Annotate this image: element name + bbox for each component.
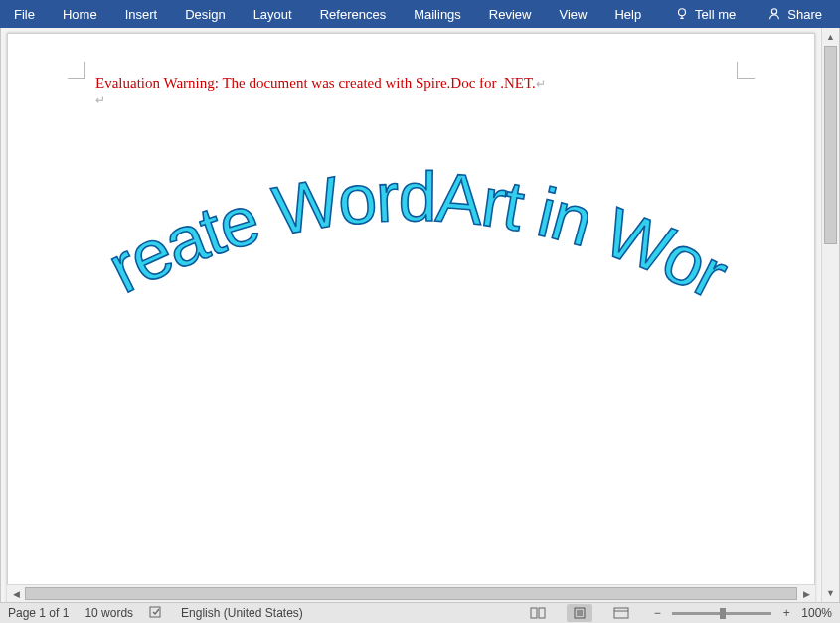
svg-point-0 — [679, 9, 686, 16]
zoom-controls: − + 100% — [650, 606, 832, 620]
tab-design[interactable]: Design — [171, 0, 239, 28]
margin-mark-icon — [737, 62, 755, 79]
page: Evaluation Warning: The document was cre… — [7, 33, 815, 602]
share-button[interactable]: Share — [750, 7, 840, 22]
scroll-left-icon[interactable]: ◀ — [7, 589, 25, 599]
person-icon — [767, 7, 781, 21]
margin-mark-icon — [68, 62, 85, 79]
web-layout-button[interactable] — [608, 604, 634, 622]
svg-rect-11 — [614, 608, 628, 618]
word-count[interactable]: 10 words — [84, 606, 133, 620]
tell-me-button[interactable]: Tell me — [661, 7, 750, 22]
page-indicator[interactable]: Page 1 of 1 — [8, 606, 69, 620]
status-bar: Page 1 of 1 10 words English (United Sta… — [0, 602, 840, 623]
paragraph-mark-icon: ↵ — [95, 93, 105, 108]
svg-rect-6 — [539, 608, 545, 618]
tell-me-label: Tell me — [695, 7, 736, 22]
zoom-in-button[interactable]: + — [779, 606, 793, 620]
scroll-right-icon[interactable]: ▶ — [797, 589, 815, 599]
tab-help[interactable]: Help — [600, 0, 655, 28]
scroll-down-icon[interactable]: ▼ — [822, 584, 839, 602]
wordart-text: Create WordArt in Word — [93, 131, 730, 314]
tab-mailings[interactable]: Mailings — [400, 0, 475, 28]
horizontal-scrollbar[interactable]: ◀ ▶ — [7, 584, 815, 602]
vscroll-thumb[interactable] — [824, 46, 837, 244]
wordart-shape[interactable]: Create WordArt in Word — [93, 131, 730, 350]
tab-view[interactable]: View — [545, 0, 600, 28]
tab-insert[interactable]: Insert — [111, 0, 172, 28]
svg-point-3 — [772, 9, 777, 14]
proofing-icon[interactable] — [149, 605, 165, 622]
lightbulb-icon — [675, 7, 689, 21]
tab-references[interactable]: References — [306, 0, 400, 28]
read-mode-button[interactable] — [525, 604, 551, 622]
share-label: Share — [787, 7, 822, 22]
print-layout-button[interactable] — [567, 604, 592, 622]
ribbon: File Home Insert Design Layout Reference… — [0, 0, 840, 28]
vertical-scrollbar[interactable]: ▲ ▼ — [821, 28, 839, 602]
scroll-up-icon[interactable]: ▲ — [822, 28, 839, 46]
svg-rect-4 — [150, 607, 160, 617]
workspace: Evaluation Warning: The document was cre… — [0, 28, 840, 602]
zoom-out-button[interactable]: − — [650, 606, 664, 620]
hscroll-thumb[interactable] — [25, 587, 797, 600]
tab-layout[interactable]: Layout — [240, 0, 306, 28]
evaluation-warning-text: Evaluation Warning: The document was cre… — [95, 76, 546, 92]
zoom-slider-handle[interactable] — [720, 608, 726, 619]
tab-file[interactable]: File — [0, 0, 49, 28]
document-canvas[interactable]: Evaluation Warning: The document was cre… — [1, 28, 821, 602]
tab-review[interactable]: Review — [475, 0, 546, 28]
tab-home[interactable]: Home — [49, 0, 111, 28]
svg-rect-5 — [531, 608, 537, 618]
zoom-slider[interactable] — [672, 612, 771, 615]
zoom-level[interactable]: 100% — [801, 606, 832, 620]
language-indicator[interactable]: English (United States) — [181, 606, 303, 620]
